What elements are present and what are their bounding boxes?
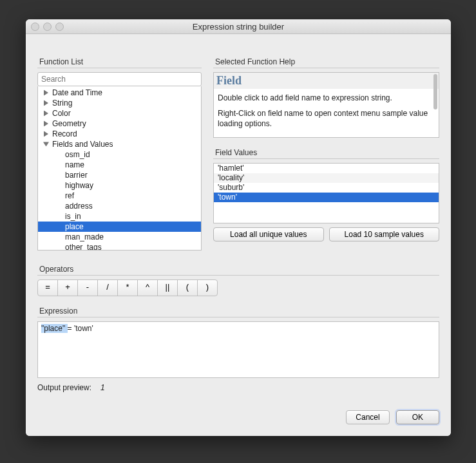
tree-item-label: is_in	[65, 212, 81, 221]
tree-field[interactable]: osm_id	[38, 149, 201, 160]
operator-button[interactable]: ^	[137, 279, 158, 296]
svg-marker-1	[44, 100, 48, 106]
tree-field[interactable]: other_tags	[38, 242, 201, 250]
help-box: Field Double click to add field name to …	[213, 72, 439, 138]
tree-item-label: Date and Time	[52, 88, 102, 97]
tree-field[interactable]: name	[38, 160, 201, 170]
tree-group[interactable]: Date and Time	[38, 88, 201, 98]
operator-button[interactable]: )	[197, 279, 218, 296]
output-preview: Output preview: 1	[37, 383, 439, 392]
tree-item-label: Record	[52, 129, 77, 138]
search-input-wrap	[37, 72, 202, 86]
help-label: Selected Function Help	[213, 57, 439, 66]
tree-item-label: Fields and Values	[52, 140, 113, 149]
tree-item-label: osm_id	[65, 150, 90, 159]
field-value-item[interactable]: 'hamlet'	[214, 164, 439, 173]
help-line-2: Right-Click on field name to open contex…	[218, 108, 435, 129]
operator-button[interactable]: *	[117, 279, 138, 296]
operators-group: Operators =+-/*^||()	[37, 260, 439, 296]
search-input[interactable]	[38, 73, 201, 86]
tree-item-label: name	[65, 160, 84, 169]
help-scrollbar[interactable]	[433, 74, 437, 109]
field-value-item[interactable]: 'locality'	[214, 173, 439, 183]
tree-item-label: man_made	[65, 232, 104, 241]
operator-button[interactable]: -	[77, 279, 98, 296]
tree-group[interactable]: Color	[38, 108, 201, 118]
tree-group[interactable]: Geometry	[38, 118, 201, 129]
tree-field[interactable]: barrier	[38, 170, 201, 180]
caret-right-icon[interactable]	[43, 100, 49, 106]
svg-marker-3	[44, 121, 48, 127]
ok-button[interactable]: OK	[396, 410, 439, 424]
load-10-button[interactable]: Load 10 sample values	[329, 227, 440, 241]
tree-group[interactable]: String	[38, 98, 201, 108]
caret-right-icon[interactable]	[43, 121, 49, 127]
tree-group[interactable]: Fields and Values	[38, 139, 201, 149]
operator-button[interactable]: ||	[157, 279, 178, 296]
operators-label: Operators	[37, 265, 439, 274]
operator-button[interactable]: =	[37, 279, 58, 296]
function-list-group: Function List Date and TimeStringColorGe…	[37, 52, 202, 250]
caret-right-icon[interactable]	[43, 90, 49, 96]
field-values-list[interactable]: 'hamlet''locality''suburb''town'	[213, 163, 439, 223]
tree-field[interactable]: address	[38, 201, 201, 211]
svg-marker-5	[43, 142, 49, 147]
expression-input[interactable]: "place" = 'town'	[37, 321, 439, 378]
operator-button[interactable]: (	[177, 279, 198, 296]
function-list-label: Function List	[37, 57, 202, 66]
dialog-content: Function List Date and TimeStringColorGe…	[26, 34, 451, 436]
tree-item-label: Geometry	[52, 119, 86, 128]
tree-item-label: barrier	[65, 171, 88, 180]
expression-rest: = 'town'	[68, 324, 93, 333]
traffic-lights	[31, 23, 64, 31]
operator-button[interactable]: +	[57, 279, 78, 296]
output-preview-value: 1	[100, 383, 105, 392]
expression-label: Expression	[37, 307, 439, 316]
function-tree[interactable]: Date and TimeStringColorGeometryRecordFi…	[37, 86, 202, 250]
expression-group: Expression "place" = 'town'	[37, 301, 439, 378]
caret-down-icon[interactable]	[43, 142, 49, 147]
tree-item-label: Color	[52, 109, 71, 118]
dialog-window: Expression string builder Function List …	[26, 19, 451, 436]
close-icon[interactable]	[31, 23, 39, 31]
titlebar: Expression string builder	[26, 19, 451, 34]
tree-item-label: place	[65, 222, 84, 231]
tree-item-label: address	[65, 202, 93, 211]
tree-field[interactable]: man_made	[38, 232, 201, 242]
window-title: Expression string builder	[26, 22, 451, 32]
caret-right-icon[interactable]	[43, 131, 49, 137]
tree-field[interactable]: ref	[38, 191, 201, 201]
help-group: Selected Function Help Field Double clic…	[213, 52, 439, 138]
field-values-group: Field Values 'hamlet''locality''suburb''…	[213, 143, 439, 241]
load-all-button[interactable]: Load all unique values	[213, 227, 324, 241]
field-value-item[interactable]: 'town'	[214, 193, 439, 202]
tree-field[interactable]: place	[38, 222, 201, 232]
minimize-icon[interactable]	[43, 23, 52, 31]
tree-field[interactable]: is_in	[38, 211, 201, 222]
zoom-icon[interactable]	[55, 23, 64, 31]
operator-button[interactable]: /	[97, 279, 118, 296]
operator-row: =+-/*^||()	[37, 279, 439, 296]
expression-highlight: "place"	[41, 324, 68, 333]
help-line-1: Double click to add field name to expres…	[218, 93, 435, 103]
caret-right-icon[interactable]	[43, 111, 49, 117]
help-body: Double click to add field name to expres…	[218, 93, 435, 129]
tree-item-label: ref	[65, 191, 74, 200]
help-title: Field	[214, 73, 439, 89]
svg-marker-0	[44, 90, 48, 96]
tree-field[interactable]: highway	[38, 180, 201, 191]
tree-item-label: String	[52, 99, 72, 108]
output-preview-label: Output preview:	[37, 383, 91, 392]
dialog-footer: Cancel OK	[37, 410, 439, 424]
svg-marker-2	[44, 111, 48, 117]
cancel-button[interactable]: Cancel	[346, 410, 389, 424]
tree-group[interactable]: Record	[38, 129, 201, 139]
tree-item-label: other_tags	[65, 243, 102, 250]
field-values-label: Field Values	[213, 148, 439, 157]
tree-item-label: highway	[65, 181, 93, 190]
field-value-item[interactable]: 'suburb'	[214, 183, 439, 193]
svg-marker-4	[44, 131, 48, 137]
